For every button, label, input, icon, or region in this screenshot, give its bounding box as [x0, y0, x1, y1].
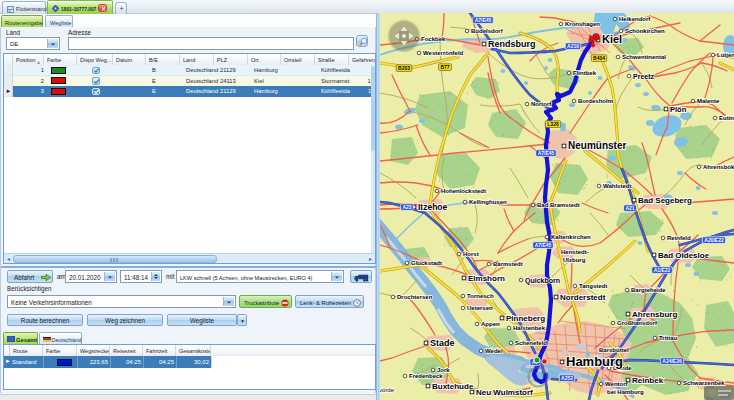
svg-text:A7/E45: A7/E45	[475, 17, 492, 23]
svg-text:Westerrönfeld: Westerrönfeld	[423, 50, 464, 56]
svg-text:Neu Wulmstorf: Neu Wulmstorf	[476, 388, 533, 397]
svg-text:A20/E22: A20/E22	[704, 237, 724, 243]
svg-text:Bad Bramstedt: Bad Bramstedt	[537, 202, 580, 208]
svg-text:Kellinghusen: Kellinghusen	[469, 199, 507, 205]
svg-text:Elmshorn: Elmshorn	[468, 274, 505, 283]
svg-text:Uetersen: Uetersen	[467, 305, 493, 311]
svg-text:Appen: Appen	[481, 321, 500, 327]
svg-text:Pinneberg: Pinneberg	[506, 314, 545, 323]
svg-text:Schwentinental: Schwentinental	[622, 54, 666, 60]
svg-text:Ulzburg: Ulzburg	[563, 257, 586, 263]
svg-text:Fredenbeck: Fredenbeck	[409, 373, 443, 379]
svg-text:Barmstedt: Barmstedt	[493, 261, 523, 267]
svg-text:Reinfeld: Reinfeld	[667, 235, 691, 241]
svg-text:Itzehoe: Itzehoe	[418, 202, 448, 212]
svg-text:Büdelsdorf: Büdelsdorf	[471, 28, 504, 34]
svg-text:Kiel: Kiel	[602, 33, 622, 45]
svg-text:Preetz: Preetz	[633, 73, 655, 80]
svg-text:Malente: Malente	[697, 98, 720, 104]
svg-text:Reinbek: Reinbek	[632, 376, 664, 385]
svg-text:Glückstadt: Glückstadt	[411, 260, 442, 266]
svg-text:Schwarzenbek: Schwarzenbek	[683, 380, 725, 386]
svg-text:L328: L328	[547, 121, 559, 127]
svg-text:Neumünster: Neumünster	[568, 140, 626, 151]
svg-text:Flintbek: Flintbek	[573, 70, 597, 76]
svg-text:Trittau: Trittau	[659, 335, 678, 341]
svg-text:Bad Segeberg: Bad Segeberg	[638, 196, 692, 205]
svg-text:A1/E22: A1/E22	[654, 267, 671, 273]
svg-text:B404: B404	[593, 55, 605, 61]
svg-text:Wentorf: Wentorf	[605, 381, 629, 387]
svg-text:Fockbek: Fockbek	[421, 36, 446, 42]
svg-text:vörde: vörde	[380, 387, 395, 393]
svg-text:A24/E26: A24/E26	[662, 358, 682, 364]
svg-text:Wahlstedt: Wahlstedt	[603, 183, 631, 189]
svg-text:bei Hamburg: bei Hamburg	[607, 389, 644, 395]
svg-text:Hohenlockstedt: Hohenlockstedt	[441, 188, 486, 194]
svg-text:Drochtersen: Drochtersen	[397, 294, 433, 300]
svg-text:Nortorf: Nortorf	[531, 101, 552, 107]
svg-text:Barsbüttel: Barsbüttel	[599, 347, 629, 353]
svg-text:Bargteheide: Bargteheide	[631, 287, 666, 293]
svg-text:Horst: Horst	[463, 251, 479, 257]
svg-text:Schenefeld: Schenefeld	[515, 340, 547, 346]
svg-text:Wedel: Wedel	[485, 348, 503, 354]
svg-text:A210: A210	[567, 43, 579, 49]
svg-text:Bordesholm: Bordesholm	[578, 98, 613, 104]
svg-text:Henstedt-: Henstedt-	[561, 249, 589, 255]
svg-text:Plön: Plön	[670, 105, 687, 114]
svg-text:Großhansdorf: Großhansdorf	[617, 320, 658, 326]
svg-text:A252: A252	[561, 375, 573, 381]
svg-text:A21: A21	[625, 205, 634, 211]
svg-text:A23: A23	[402, 204, 411, 210]
svg-text:Tangstedt: Tangstedt	[579, 283, 607, 289]
svg-text:Quickborn: Quickborn	[525, 277, 560, 285]
svg-text:Lütjenburg: Lütjenburg	[717, 52, 734, 58]
svg-text:Halstenbek: Halstenbek	[513, 325, 546, 331]
svg-text:Bad Oldesloe: Bad Oldesloe	[658, 251, 710, 260]
svg-text:Schönkirchen: Schönkirchen	[625, 28, 665, 34]
svg-text:A7/E45: A7/E45	[538, 150, 555, 156]
svg-text:Buxtehude: Buxtehude	[432, 382, 474, 391]
svg-text:A7/E45: A7/E45	[535, 242, 552, 248]
svg-text:Stade: Stade	[430, 338, 455, 348]
svg-text:Rendsburg: Rendsburg	[488, 39, 536, 49]
svg-text:Tornesch: Tornesch	[467, 293, 494, 299]
svg-text:Heikendorf: Heikendorf	[619, 16, 651, 22]
svg-text:Ahrensbök: Ahrensbök	[703, 164, 734, 170]
svg-text:Ahrensburg: Ahrensburg	[632, 310, 677, 319]
svg-text:Norderstedt: Norderstedt	[560, 293, 606, 302]
svg-text:Eutin: Eutin	[719, 115, 734, 121]
svg-text:B203: B203	[398, 65, 410, 71]
svg-text:Kaltenkirchen: Kaltenkirchen	[551, 234, 591, 240]
svg-text:Jork: Jork	[437, 367, 450, 373]
svg-text:Hamburg: Hamburg	[566, 354, 623, 369]
svg-text:B77: B77	[440, 64, 449, 70]
svg-text:Kronshagen: Kronshagen	[565, 21, 600, 27]
